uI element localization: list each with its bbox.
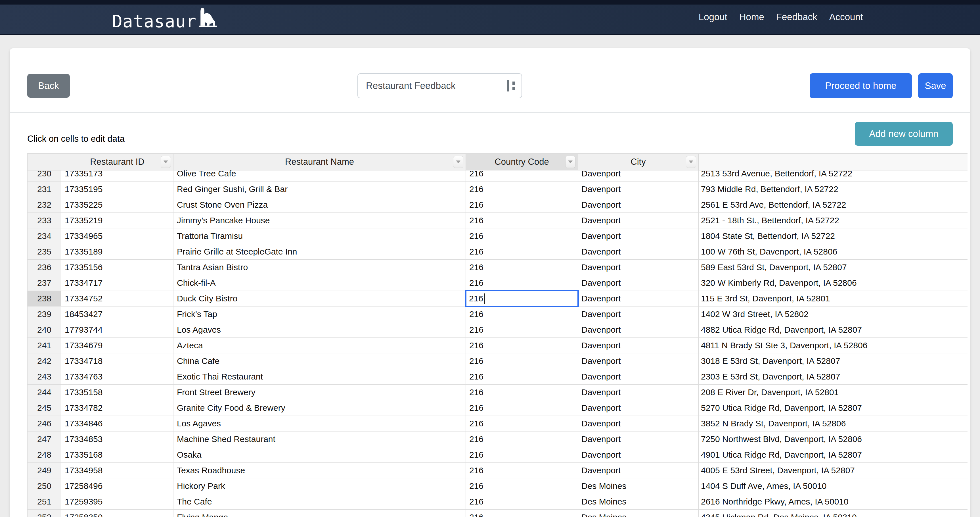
row-number-cell[interactable]: 247 xyxy=(27,431,61,447)
cell-country-code[interactable]: 216 xyxy=(466,197,578,213)
cell-restaurant-name[interactable]: Tantra Asian Bistro xyxy=(173,260,466,275)
cell-country-code[interactable]: 216 xyxy=(466,510,578,517)
cell-address[interactable]: 3852 N Brady St, Davenport, IA 52806 xyxy=(698,416,967,431)
cell-country-code[interactable]: 216 xyxy=(466,306,578,322)
cell-restaurant-name[interactable]: Red Ginger Sushi, Grill & Bar xyxy=(173,182,466,197)
cell-address[interactable]: 1404 S Duff Ave, Ames, IA 50010 xyxy=(698,479,967,494)
cell-restaurant-name[interactable]: Hickory Park xyxy=(173,479,466,494)
cell-address[interactable]: 208 E River Dr, Davenport, IA 52801 xyxy=(698,385,967,400)
row-number-cell[interactable]: 235 xyxy=(27,244,61,260)
cell-address[interactable]: 1804 State St, Bettendorf, IA 52722 xyxy=(698,228,967,244)
cell-address[interactable]: 100 W 76th St, Davenport, IA 52806 xyxy=(698,244,967,260)
cell-restaurant-name[interactable]: Chick-fil-A xyxy=(173,275,466,291)
cell-city[interactable]: Davenport xyxy=(578,275,698,291)
cell-restaurant-id[interactable]: 17334763 xyxy=(61,369,173,385)
row-number-cell[interactable]: 245 xyxy=(27,400,61,416)
cell-restaurant-id[interactable]: 17335156 xyxy=(61,260,173,275)
cell-restaurant-id[interactable]: 17335219 xyxy=(61,213,173,228)
cell-city[interactable]: Davenport xyxy=(578,213,698,228)
cell-country-code[interactable]: 216 xyxy=(466,338,578,353)
row-number-cell[interactable]: 234 xyxy=(27,228,61,244)
cell-city[interactable]: Davenport xyxy=(578,244,698,260)
cell-address[interactable]: 793 Middle Rd, Bettendorf, IA 52722 xyxy=(698,182,967,197)
cell-restaurant-id[interactable]: 18453427 xyxy=(61,306,173,322)
cell-restaurant-name[interactable]: Prairie Grille at SteepleGate Inn xyxy=(173,244,466,260)
cell-city[interactable]: Davenport xyxy=(578,385,698,400)
cell-restaurant-id[interactable]: 17335225 xyxy=(61,197,173,213)
cell-city[interactable]: Davenport xyxy=(578,260,698,275)
cell-country-code[interactable]: 216 xyxy=(466,322,578,338)
cell-country-code[interactable]: 216 xyxy=(466,463,578,479)
cell-restaurant-id[interactable]: 17258496 xyxy=(61,479,173,494)
cell-address[interactable]: 2521 - 18th St., Bettendorf, IA 52722 xyxy=(698,213,967,228)
filter-dropdown-button[interactable] xyxy=(453,156,463,168)
cell-country-code[interactable]: 216 xyxy=(466,369,578,385)
cell-city[interactable]: Davenport xyxy=(578,197,698,213)
cell-restaurant-name[interactable]: The Cafe xyxy=(173,494,466,510)
cell-country-code[interactable]: 216 xyxy=(466,182,578,197)
cell-restaurant-name[interactable]: Machine Shed Restaurant xyxy=(173,431,466,447)
cell-restaurant-id[interactable]: 17334717 xyxy=(61,275,173,291)
back-button[interactable]: Back xyxy=(27,74,70,98)
cell-restaurant-id[interactable]: 17334846 xyxy=(61,416,173,431)
project-title-input[interactable] xyxy=(358,73,522,98)
cell-city[interactable]: Davenport xyxy=(578,400,698,416)
cell-country-code[interactable]: 216 xyxy=(466,244,578,260)
filter-dropdown-button[interactable] xyxy=(565,156,576,168)
cell-restaurant-id[interactable]: 17334782 xyxy=(61,400,173,416)
cell-address[interactable]: 4345 Hickman Rd, Des Moines, IA 50310 xyxy=(698,510,967,517)
header-country-code[interactable]: Country Code xyxy=(466,153,578,171)
row-number-cell[interactable]: 242 xyxy=(27,353,61,369)
cell-restaurant-name[interactable]: Frick's Tap xyxy=(173,306,466,322)
cell-address[interactable]: 4882 Utica Ridge Rd, Davenport, IA 52807 xyxy=(698,322,967,338)
cell-country-code[interactable]: 216 xyxy=(466,260,578,275)
cell-address[interactable]: 5270 Utica Ridge Rd, Davenport, IA 52807 xyxy=(698,400,967,416)
cell-restaurant-id[interactable]: 17334679 xyxy=(61,338,173,353)
cell-address[interactable]: 4005 E 53rd Street, Davenport, IA 52807 xyxy=(698,463,967,479)
row-number-cell[interactable]: 239 xyxy=(27,306,61,322)
cell-address[interactable]: 4901 Utica Ridge Rd, Davenport, IA 52807 xyxy=(698,447,967,463)
row-number-cell[interactable]: 244 xyxy=(27,385,61,400)
row-number-cell[interactable]: 241 xyxy=(27,338,61,353)
row-number-cell[interactable]: 231 xyxy=(27,182,61,197)
nav-link-logout[interactable]: Logout xyxy=(698,12,727,22)
cell-address[interactable]: 4811 N Brady St Ste 3, Davenport, IA 528… xyxy=(698,338,967,353)
header-address[interactable] xyxy=(698,153,967,171)
cell-address[interactable]: 2561 E 53rd Ave, Bettendorf, IA 52722 xyxy=(698,197,967,213)
cell-city[interactable]: Davenport xyxy=(578,182,698,197)
row-number-cell[interactable]: 243 xyxy=(27,369,61,385)
row-number-cell[interactable]: 252 xyxy=(27,510,61,517)
row-number-cell[interactable]: 237 xyxy=(27,275,61,291)
cell-restaurant-id[interactable]: 17335158 xyxy=(61,385,173,400)
cell-city[interactable]: Davenport xyxy=(578,306,698,322)
cell-restaurant-id[interactable]: 17334958 xyxy=(61,463,173,479)
cell-country-code[interactable]: 216 xyxy=(466,291,578,306)
header-restaurant-name[interactable]: Restaurant Name xyxy=(173,153,466,171)
cell-address[interactable]: 320 W Kimberly Rd, Davenport, IA 52806 xyxy=(698,275,967,291)
cell-country-code[interactable]: 216 xyxy=(466,213,578,228)
cell-restaurant-id[interactable]: 17334752 xyxy=(61,291,173,306)
cell-city[interactable]: Des Moines xyxy=(578,479,698,494)
cell-country-code[interactable]: 216 xyxy=(466,353,578,369)
nav-link-feedback[interactable]: Feedback xyxy=(776,12,817,22)
nav-link-home[interactable]: Home xyxy=(739,12,764,22)
header-city[interactable]: City xyxy=(578,153,698,171)
cell-restaurant-name[interactable]: Crust Stone Oven Pizza xyxy=(173,197,466,213)
cell-city[interactable]: Davenport xyxy=(578,463,698,479)
cell-restaurant-name[interactable]: Los Agaves xyxy=(173,416,466,431)
cell-country-code[interactable]: 216 xyxy=(466,400,578,416)
cell-restaurant-name[interactable]: China Cafe xyxy=(173,353,466,369)
cell-address[interactable]: 589 East 53rd St, Davenport, IA 52807 xyxy=(698,260,967,275)
cell-city[interactable]: Davenport xyxy=(578,338,698,353)
cell-restaurant-name[interactable]: Trattoria Tiramisu xyxy=(173,228,466,244)
cell-address[interactable]: 115 E 3rd St, Davenport, IA 52801 xyxy=(698,291,967,306)
cell-address[interactable]: 7250 Northwest Blvd, Davenport, IA 52806 xyxy=(698,431,967,447)
save-button[interactable]: Save xyxy=(918,73,953,98)
filter-dropdown-button[interactable] xyxy=(686,156,696,168)
cell-restaurant-id[interactable]: 17793744 xyxy=(61,322,173,338)
cell-city[interactable]: Davenport xyxy=(578,322,698,338)
row-number-cell[interactable]: 238 xyxy=(27,291,61,306)
row-number-cell[interactable]: 251 xyxy=(27,494,61,510)
cell-restaurant-name[interactable]: Osaka xyxy=(173,447,466,463)
filter-dropdown-button[interactable] xyxy=(161,156,171,168)
